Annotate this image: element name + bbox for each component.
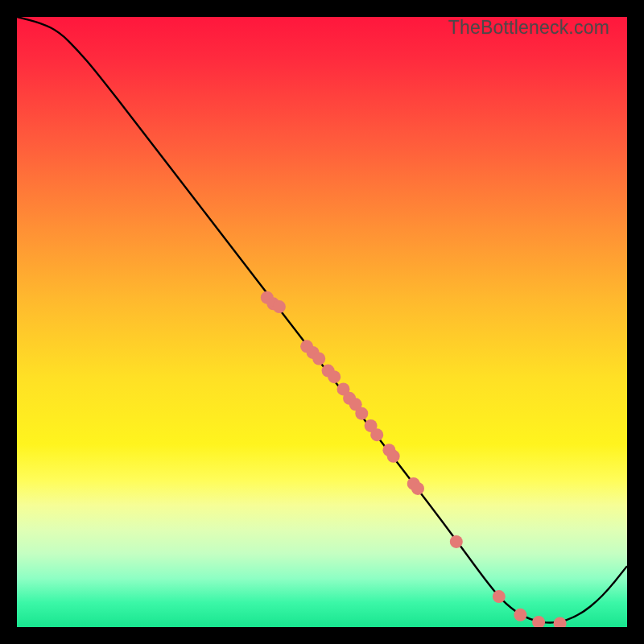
observation-dot [450, 535, 463, 548]
observation-dot [493, 590, 506, 603]
watermark-label: TheBottleneck.com [448, 17, 609, 39]
observation-dot [328, 370, 341, 383]
observation-dot [312, 353, 325, 365]
observation-dot [370, 428, 383, 441]
observation-dot [387, 450, 400, 463]
observation-dot [411, 482, 424, 495]
chart-frame: TheBottleneck.com [0, 0, 644, 644]
observation-dots [17, 17, 627, 627]
observation-dot [355, 407, 368, 420]
observation-dot [514, 609, 526, 621]
observation-dot [554, 617, 567, 628]
observation-dot [273, 300, 286, 313]
plot-area: TheBottleneck.com [17, 17, 627, 627]
observation-dot [532, 616, 545, 627]
